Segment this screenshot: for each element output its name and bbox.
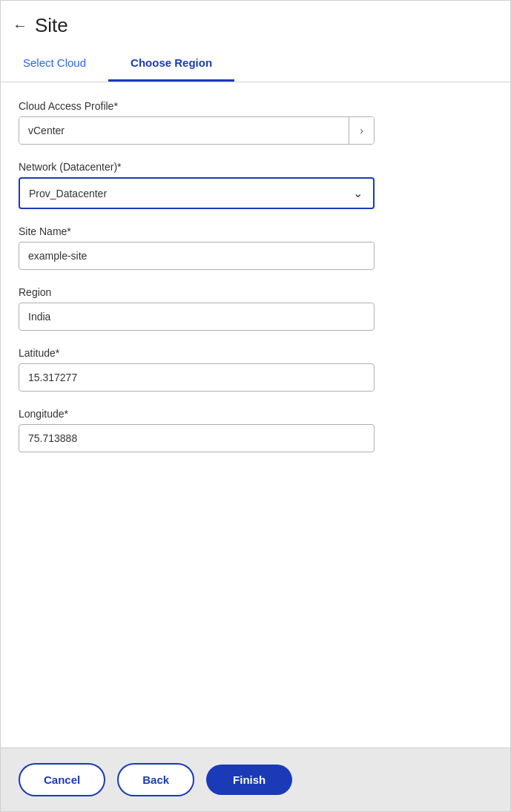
profile-arrow-icon[interactable]: › [349,117,374,144]
longitude-label: Longitude* [19,408,492,420]
back-icon[interactable]: ← [13,17,27,34]
site-name-group: Site Name* [19,225,492,270]
page-header: ← Site [1,1,510,46]
page-title: Site [35,14,68,37]
site-name-label: Site Name* [19,225,492,237]
page-container: ← Site Select Cloud Choose Region Cloud … [0,0,511,812]
longitude-group: Longitude* [19,408,492,452]
cloud-access-profile-label: Cloud Access Profile* [19,100,492,112]
dropdown-chevron-icon: ⌄ [343,179,373,208]
footer: Cancel Back Finish [1,747,510,811]
cloud-access-profile-input[interactable] [19,117,349,144]
network-datacenter-group: Network (Datacenter)* Prov_Datacenter Ot… [19,161,492,209]
region-label: Region [19,286,492,298]
site-name-input[interactable] [19,242,375,270]
latitude-group: Latitude* [19,347,492,392]
latitude-label: Latitude* [19,347,492,359]
finish-button[interactable]: Finish [206,765,292,795]
longitude-input[interactable] [19,424,375,452]
cloud-access-profile-group: Cloud Access Profile* › [19,100,492,145]
cancel-button[interactable]: Cancel [19,763,105,796]
tab-choose-region[interactable]: Choose Region [108,46,234,82]
region-group: Region [19,286,492,331]
network-datacenter-label: Network (Datacenter)* [19,161,492,173]
tab-select-cloud[interactable]: Select Cloud [1,46,108,82]
network-datacenter-select[interactable]: Prov_Datacenter Other_Datacenter [20,180,343,207]
tabs-container: Select Cloud Choose Region [1,46,510,82]
network-datacenter-dropdown[interactable]: Prov_Datacenter Other_Datacenter ⌄ [19,177,375,209]
region-input[interactable] [19,303,375,331]
cloud-access-profile-field[interactable]: › [19,116,375,145]
back-button[interactable]: Back [117,763,194,796]
form-area: Cloud Access Profile* › Network (Datacen… [1,82,510,747]
latitude-input[interactable] [19,363,375,392]
